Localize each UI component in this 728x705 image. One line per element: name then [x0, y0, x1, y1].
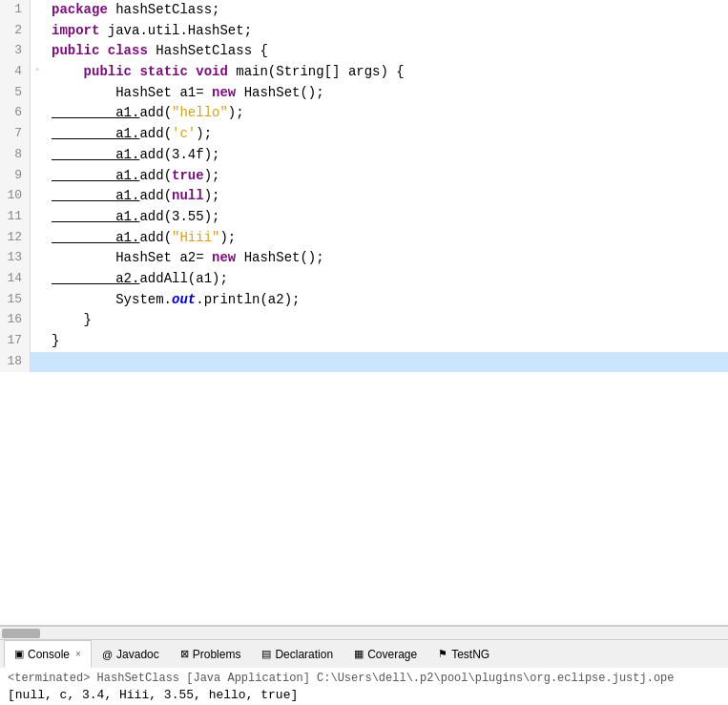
collapse-indicator	[31, 248, 44, 269]
console-tab-label: Console	[28, 648, 70, 661]
line-number: 9	[0, 166, 31, 187]
code-line[interactable]: import java.util.HashSet;	[44, 21, 728, 42]
problems-tab-label: Problems	[193, 648, 241, 661]
collapse-indicator	[31, 166, 44, 187]
collapse-indicator	[31, 41, 44, 62]
coverage-tab-icon: ▦	[354, 648, 364, 660]
code-line[interactable]: a1.add(true);	[44, 166, 728, 187]
declaration-tab-label: Declaration	[275, 648, 333, 661]
line-number: 5	[0, 83, 31, 104]
tab-problems[interactable]: ⊠Problems	[170, 640, 252, 668]
tab-coverage[interactable]: ▦Coverage	[343, 640, 427, 668]
scrollbar-thumb[interactable]	[2, 629, 40, 638]
line-number: 3	[0, 41, 31, 62]
collapse-indicator	[31, 207, 44, 228]
line-number: 8	[0, 145, 31, 166]
collapse-indicator	[31, 145, 44, 166]
collapse-indicator	[31, 290, 44, 311]
collapse-indicator	[31, 331, 44, 352]
code-line[interactable]: public static void main(String[] args) {	[44, 62, 728, 83]
collapse-indicator	[31, 186, 44, 207]
tab-declaration[interactable]: ▤Declaration	[251, 640, 343, 668]
console-tab-icon: ▣	[14, 648, 24, 660]
code-line[interactable]: a2.addAll(a1);	[44, 269, 728, 290]
tab-console[interactable]: ▣Console×	[4, 640, 92, 668]
output-result: [null, c, 3.4, Hiii, 3.55, hello, true]	[8, 687, 720, 703]
collapse-indicator	[31, 21, 44, 42]
code-line[interactable]: a1.add(3.4f);	[44, 145, 728, 166]
collapse-indicator	[31, 124, 44, 145]
line-number: 7	[0, 124, 31, 145]
line-number: 18	[0, 352, 31, 373]
line-number: 1	[0, 0, 31, 21]
coverage-tab-label: Coverage	[367, 648, 417, 661]
collapse-indicator	[31, 0, 44, 21]
output-area: <terminated> HashSetClass [Java Applicat…	[0, 668, 728, 705]
line-number: 11	[0, 207, 31, 228]
line-number: 4	[0, 62, 31, 83]
declaration-tab-icon: ▤	[261, 648, 271, 660]
code-line[interactable]: a1.add("Hiii");	[44, 228, 728, 249]
horizontal-scrollbar[interactable]	[0, 626, 728, 639]
code-line[interactable]: a1.add("hello");	[44, 103, 728, 124]
code-line[interactable]: HashSet a2= new HashSet();	[44, 248, 728, 269]
code-line[interactable]: }	[44, 310, 728, 331]
code-editor[interactable]: 1package hashSetClass;2import java.util.…	[0, 0, 728, 626]
line-number: 12	[0, 228, 31, 249]
collapse-indicator	[31, 352, 44, 373]
code-line[interactable]: a1.add('c');	[44, 124, 728, 145]
problems-tab-icon: ⊠	[180, 648, 189, 660]
tab-javadoc[interactable]: @Javadoc	[92, 640, 170, 668]
code-table: 1package hashSetClass;2import java.util.…	[0, 0, 728, 372]
console-tab-close[interactable]: ×	[75, 649, 81, 659]
collapse-indicator	[31, 269, 44, 290]
line-number: 16	[0, 310, 31, 331]
code-line[interactable]: a1.add(3.55);	[44, 207, 728, 228]
code-line[interactable]: System.out.println(a2);	[44, 290, 728, 311]
bottom-tab-bar: ▣Console×@Javadoc⊠Problems▤Declaration▦C…	[0, 639, 728, 668]
line-number: 13	[0, 248, 31, 269]
line-number: 6	[0, 103, 31, 124]
collapse-indicator	[31, 83, 44, 104]
line-number: 2	[0, 21, 31, 42]
code-line[interactable]: package hashSetClass;	[44, 0, 728, 21]
collapse-indicator[interactable]: ◦	[31, 62, 44, 83]
line-number: 15	[0, 290, 31, 311]
javadoc-tab-label: Javadoc	[116, 648, 159, 661]
code-line[interactable]: HashSet a1= new HashSet();	[44, 83, 728, 104]
code-line[interactable]: a1.add(null);	[44, 186, 728, 207]
code-line[interactable]: }	[44, 331, 728, 352]
testng-tab-label: TestNG	[451, 648, 489, 661]
collapse-indicator	[31, 228, 44, 249]
line-number: 14	[0, 269, 31, 290]
collapse-indicator	[31, 103, 44, 124]
line-number: 10	[0, 186, 31, 207]
code-line[interactable]	[44, 352, 728, 373]
testng-tab-icon: ⚑	[438, 648, 447, 660]
collapse-indicator	[31, 310, 44, 331]
tab-testng[interactable]: ⚑TestNG	[427, 640, 500, 668]
terminated-label: <terminated> HashSetClass [Java Applicat…	[8, 670, 720, 687]
code-line[interactable]: public class HashSetClass {	[44, 41, 728, 62]
line-number: 17	[0, 331, 31, 352]
javadoc-tab-icon: @	[102, 649, 113, 660]
